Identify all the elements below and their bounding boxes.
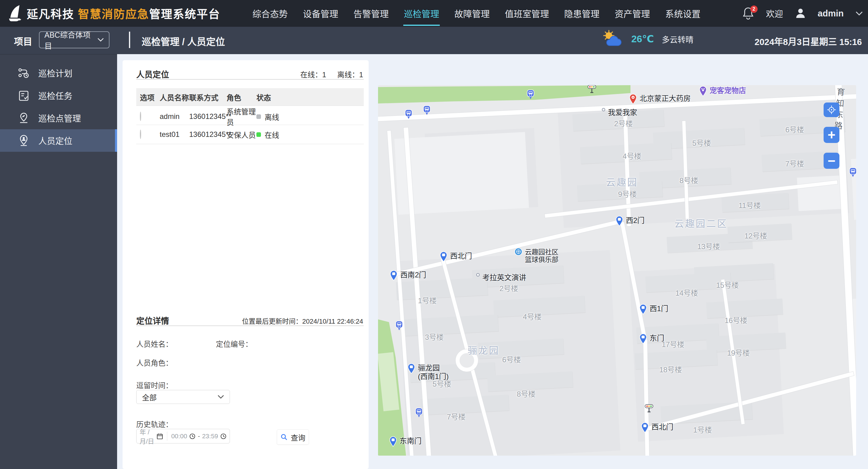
app-title: 延凡科技 智慧消防应急管理系统平台: [27, 5, 220, 22]
notification-bell-icon[interactable]: 2: [742, 7, 754, 20]
map-poi-dot: [601, 108, 606, 112]
map-building-label: 6号楼: [785, 124, 804, 134]
map-building-label: 7号楼: [785, 158, 804, 168]
map-petshop-pin: [699, 86, 707, 96]
bus-stop-icon[interactable]: [415, 408, 423, 417]
nav-item-5[interactable]: 故障管理: [454, 1, 490, 26]
bus-stop-icon[interactable]: [849, 167, 856, 177]
map-building-label: 8号楼: [679, 175, 698, 185]
map-building-label: 9号楼: [618, 188, 637, 199]
point-icon: [18, 112, 30, 124]
map-gate-pin: [389, 436, 397, 447]
bus-stop-icon: [423, 105, 431, 115]
nav-item-2[interactable]: 设备管理: [302, 1, 339, 26]
user-avatar-icon[interactable]: [795, 8, 806, 19]
sidebar-menu: 巡检计划巡检任务巡检点管理人员定位: [0, 55, 117, 152]
map-club-pin[interactable]: 云趣园社区篮球俱乐部: [514, 248, 558, 264]
map-building-label: 8号楼: [517, 388, 535, 399]
bus-stop-icon: [527, 89, 534, 99]
sidebar-item-label: 巡检任务: [38, 89, 72, 102]
zoom-in-button[interactable]: +: [824, 127, 839, 143]
project-label: 项目: [14, 34, 32, 48]
traffic-light-icon: [644, 404, 654, 413]
person-name-label: 人员姓名：: [136, 338, 173, 349]
personnel-panel: 人员定位 在线：1 离线：1 选项人员名称联系方式角色状态admin136012…: [123, 60, 369, 469]
nav-item-1[interactable]: 综合态势: [252, 1, 288, 26]
time-range-separator: -: [198, 433, 200, 440]
user-menu-chevron-down-icon[interactable]: [855, 11, 863, 16]
table-row-1[interactable]: admin136012345**系统管理员离线: [136, 106, 364, 125]
map-poi-dot[interactable]: 我爱我家: [601, 108, 637, 117]
project-bar: 项目 ABC综合体项目 巡检管理 / 人员定位 26℃: [0, 27, 868, 54]
map-label-text: 东南门: [400, 436, 422, 445]
bus-stop-icon[interactable]: [395, 320, 403, 331]
map-petshop-pin[interactable]: 宠客宠物店: [699, 86, 746, 96]
project-select-value: ABC综合体项目: [44, 29, 97, 51]
table-row-2[interactable]: test01136012345**安保人员在线: [136, 125, 364, 144]
column-header: 人员名称: [160, 92, 189, 102]
bus-stop-icon: [415, 408, 423, 417]
map-building-label: 14号楼: [676, 287, 698, 298]
personnel-table: 选项人员名称联系方式角色状态admin136012345**系统管理员离线tes…: [136, 88, 364, 144]
map-gate-pin[interactable]: 东南门: [389, 436, 422, 447]
history-datetime-input[interactable]: 年 /月/日 00:00 - 23:59: [136, 429, 230, 443]
map-gate-pin[interactable]: 西2门: [615, 216, 645, 226]
map-gate-pin: [615, 216, 623, 226]
search-button[interactable]: 查询: [277, 430, 309, 445]
column-header: 联系方式: [189, 92, 226, 102]
bus-stop-icon[interactable]: [423, 105, 431, 115]
traffic-light-icon[interactable]: [644, 404, 654, 413]
nav-item-7[interactable]: 隐患管理: [564, 1, 600, 26]
stay-time-select[interactable]: 全部: [136, 390, 230, 404]
status-dot: [256, 114, 261, 119]
sidebar-item-4[interactable]: 人员定位: [0, 129, 117, 152]
clock-icon-start[interactable]: [189, 433, 195, 439]
map-building-label: 5号楼: [692, 137, 711, 148]
zoom-out-button[interactable]: −: [824, 153, 839, 169]
bus-stop-icon[interactable]: [527, 89, 534, 99]
map-building-label: 4号楼: [523, 311, 541, 321]
stay-time-label: 逗留时间：: [136, 380, 173, 390]
row-radio-button[interactable]: [140, 130, 141, 139]
last-update-text: 位置最后更新时间：2024/10/11 22:46:24: [242, 316, 363, 325]
nav-item-6[interactable]: 值班室管理: [504, 1, 550, 26]
map-gate-pin: [439, 251, 448, 262]
map-gate-pin[interactable]: 西1门: [639, 304, 668, 314]
map-canvas[interactable]: 宠客宠物店北京蒙正大药房我爱我家2号楼5号楼6号楼4号楼7号楼云趣园8号楼9号楼…: [378, 85, 856, 456]
nav-item-3[interactable]: 告警管理: [353, 1, 389, 26]
map-gate-pin[interactable]: 东门: [639, 333, 664, 344]
nav-item-4[interactable]: 巡检管理: [403, 1, 440, 26]
panel-title-divider: [136, 79, 364, 80]
map-poi-dot[interactable]: 考拉英文演讲: [476, 273, 526, 282]
map-gate-pin[interactable]: 西北门: [641, 422, 673, 433]
cell-name: admin: [160, 112, 189, 121]
sidebar-item-3[interactable]: 巡检点管理: [0, 107, 117, 129]
route-icon: [18, 67, 30, 79]
map-gate-pin[interactable]: 西南2门: [390, 270, 426, 281]
calendar-icon[interactable]: [157, 433, 163, 439]
cell-role: 系统管理员: [226, 106, 256, 127]
time-end-value[interactable]: 23:59: [202, 433, 218, 440]
time-start-value[interactable]: 00:00: [171, 433, 187, 440]
project-select[interactable]: ABC综合体项目: [39, 31, 110, 49]
map-building-label: 11号楼: [739, 199, 761, 210]
map-gate-pin[interactable]: 西北门: [439, 251, 472, 262]
nav-item-9[interactable]: 系统设置: [664, 1, 701, 26]
date-placeholder[interactable]: 年 /月/日: [140, 427, 155, 445]
sidebar-item-2[interactable]: 巡检任务: [0, 84, 117, 107]
locate-button[interactable]: [824, 102, 839, 117]
bus-stop-icon: [849, 167, 856, 177]
search-button-label: 查询: [291, 432, 305, 442]
traffic-light-icon[interactable]: [587, 85, 597, 94]
map-label-text: 西2门: [626, 216, 645, 225]
nav-item-8[interactable]: 资产管理: [614, 1, 651, 26]
column-header: 选项: [136, 92, 160, 102]
map-pharmacy-pin[interactable]: 北京蒙正大药房: [629, 94, 691, 104]
sidebar: 巡检计划巡检任务巡检点管理人员定位: [0, 54, 117, 469]
bus-stop-icon[interactable]: [405, 109, 412, 119]
row-radio-button[interactable]: [140, 112, 141, 121]
sidebar-item-1[interactable]: 巡检计划: [0, 62, 117, 84]
username-text: admin: [818, 8, 844, 19]
clock-icon-end[interactable]: [220, 433, 226, 439]
top-bar: 延凡科技 智慧消防应急管理系统平台 综合态势设备管理告警管理巡检管理故障管理值班…: [0, 0, 868, 27]
